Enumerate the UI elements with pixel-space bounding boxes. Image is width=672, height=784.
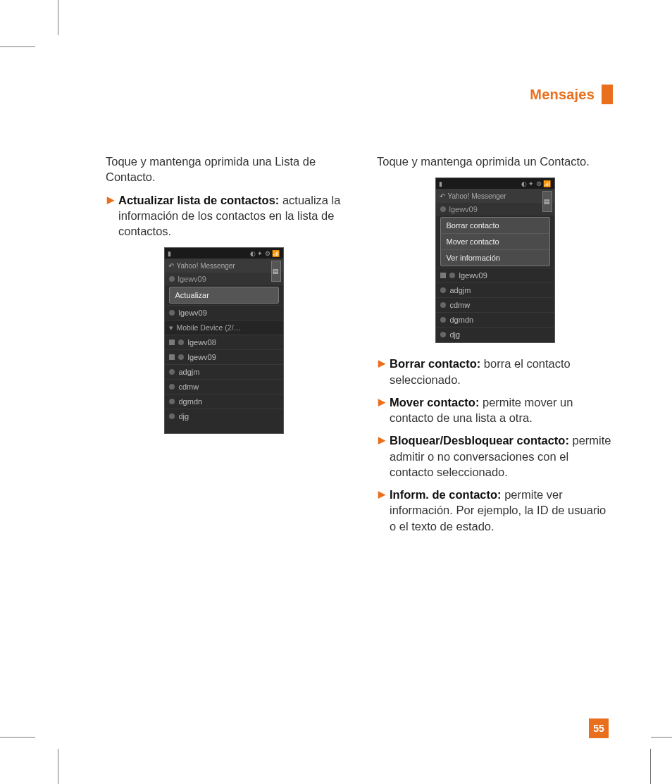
phone-screenshot-right: ▮◐ ✦ ⚙ 📶 ↶ Yahoo! Messenger lgewv09 Borr… bbox=[435, 178, 555, 343]
status-dot-icon bbox=[440, 302, 446, 308]
contact-label: lgewv09 bbox=[179, 309, 207, 317]
left-intro: Toque y mantenga oprimida una Lista de C… bbox=[106, 154, 342, 185]
app-title-bar: ↶ Yahoo! Messenger bbox=[165, 259, 283, 273]
status-icons: ◐ ✦ ⚙ 📶 bbox=[250, 250, 280, 257]
contact-label: lgewv08 bbox=[188, 338, 216, 347]
user-name: lgewv09 bbox=[178, 275, 206, 283]
triangle-icon: ▶ bbox=[378, 487, 385, 534]
contact-label: cdmw bbox=[179, 382, 199, 391]
app-title: Yahoo! Messenger bbox=[177, 262, 235, 270]
right-intro: Toque y mantenga oprimida un Contacto. bbox=[377, 154, 613, 169]
list-item: dgmdn bbox=[436, 312, 554, 327]
right-column: Toque y mantenga oprimida un Contacto. ▮… bbox=[377, 154, 613, 541]
contact-label: lgewv09 bbox=[188, 353, 216, 361]
crop-mark bbox=[650, 749, 651, 784]
triangle-icon: ▶ bbox=[378, 433, 385, 480]
app-icon bbox=[440, 273, 446, 278]
back-icon: ↶ bbox=[440, 192, 445, 200]
contact-label: djg bbox=[450, 330, 461, 339]
crop-mark bbox=[0, 737, 35, 738]
contact-list: lgewv09Mobile Device (2/…lgewv08lgewv09a… bbox=[165, 305, 283, 423]
bullet-text: Inform. de contacto: permite ver informa… bbox=[390, 487, 613, 534]
contact-label: dgmdn bbox=[179, 397, 203, 406]
bullet-item: ▶Borrar contacto: borra el contacto sele… bbox=[377, 356, 613, 387]
status-dot-icon bbox=[169, 369, 175, 375]
user-bar: lgewv09 bbox=[165, 273, 283, 285]
figure-right: ▮◐ ✦ ⚙ 📶 ↶ Yahoo! Messenger lgewv09 Borr… bbox=[377, 178, 613, 343]
crop-mark bbox=[651, 737, 672, 738]
status-dot-icon bbox=[169, 310, 175, 316]
status-dot-icon bbox=[440, 287, 446, 293]
contact-label: lgewv09 bbox=[459, 271, 487, 280]
bullet-bold: Bloquear/Desbloquear contacto: bbox=[390, 434, 569, 447]
status-dot-icon bbox=[178, 354, 184, 360]
user-bar: lgewv09 bbox=[436, 203, 554, 216]
contact-label: adgjm bbox=[450, 286, 471, 294]
bullet-item: ▶Inform. de contacto: permite ver inform… bbox=[377, 487, 613, 534]
bullet-item: ▶Bloquear/Desbloquear contacto: permite … bbox=[377, 433, 613, 480]
list-item: lgewv09 bbox=[436, 268, 554, 282]
bullet-text: Actualizar lista de contactos: actualiza… bbox=[118, 192, 342, 239]
context-menu: Borrar contacto Mover contacto Ver infor… bbox=[440, 217, 550, 266]
bullet-text: Bloquear/Desbloquear contacto: permite a… bbox=[390, 433, 613, 480]
app-icon bbox=[169, 340, 175, 345]
left-column: Toque y mantenga oprimida una Lista de C… bbox=[106, 154, 342, 541]
menu-button-icon bbox=[542, 191, 552, 212]
contact-list: lgewv09adgjmcdmwdgmdndjg bbox=[436, 268, 554, 342]
signal-icon: ▮ bbox=[168, 250, 171, 257]
list-item: lgewv08 bbox=[165, 335, 283, 349]
contact-label: djg bbox=[179, 412, 189, 421]
header-tab-icon bbox=[602, 85, 613, 104]
list-item: djg bbox=[436, 327, 554, 342]
list-item: cdmw bbox=[436, 297, 554, 312]
status-dot-icon bbox=[178, 340, 184, 345]
list-item: adgjm bbox=[436, 282, 554, 297]
status-icons: ◐ ✦ ⚙ 📶 bbox=[521, 180, 552, 187]
triangle-icon: ▶ bbox=[378, 356, 385, 387]
contact-label: dgmdn bbox=[450, 316, 474, 324]
bullet-item: ▶Mover contacto: permite mover un contac… bbox=[377, 394, 613, 426]
section-header: Mensajes bbox=[106, 85, 613, 104]
page-number: 55 bbox=[589, 718, 609, 738]
figure-left: ▮◐ ✦ ⚙ 📶 ↶ Yahoo! Messenger lgewv09 Actu… bbox=[106, 247, 342, 434]
list-item: lgewv09 bbox=[165, 349, 283, 364]
status-dot-icon bbox=[169, 384, 175, 390]
status-dot-icon bbox=[449, 273, 455, 278]
menu-item: Mover contacto bbox=[441, 234, 549, 250]
crop-mark bbox=[58, 0, 58, 35]
header-title: Mensajes bbox=[530, 87, 595, 103]
list-item: adgjm bbox=[165, 364, 283, 379]
signal-icon: ▮ bbox=[439, 180, 442, 187]
status-dot-icon bbox=[169, 276, 175, 282]
status-dot-icon bbox=[440, 317, 446, 323]
list-item: cdmw bbox=[165, 379, 283, 394]
bullet-text: Mover contacto: permite mover un contact… bbox=[390, 394, 613, 426]
bullet-list: ▶Borrar contacto: borra el contacto sele… bbox=[377, 356, 613, 534]
crop-mark bbox=[0, 46, 35, 47]
status-dot-icon bbox=[169, 399, 175, 404]
two-column-layout: Toque y mantenga oprimida una Lista de C… bbox=[106, 154, 613, 541]
status-dot-icon bbox=[440, 332, 446, 337]
list-item: djg bbox=[165, 409, 283, 423]
app-title: Yahoo! Messenger bbox=[448, 192, 506, 200]
menu-button-icon bbox=[271, 261, 281, 282]
app-icon bbox=[169, 354, 175, 360]
user-name: lgewv09 bbox=[449, 205, 478, 213]
menu-item: Actualizar bbox=[170, 287, 278, 303]
page-content: Mensajes Toque y mantenga oprimida una L… bbox=[106, 85, 613, 541]
contact-label: adgjm bbox=[179, 368, 200, 376]
bullet-text: Borrar contacto: borra el contacto selec… bbox=[390, 356, 613, 387]
contact-label: cdmw bbox=[450, 301, 471, 309]
triangle-icon: ▶ bbox=[107, 192, 114, 239]
list-item: Mobile Device (2/… bbox=[165, 320, 283, 335]
status-dot-icon bbox=[440, 206, 446, 212]
bullet-bold: Inform. de contacto: bbox=[390, 488, 502, 501]
status-bar: ▮◐ ✦ ⚙ 📶 bbox=[436, 178, 554, 189]
triangle-icon: ▶ bbox=[378, 394, 385, 426]
menu-item: Borrar contacto bbox=[441, 218, 549, 234]
context-menu: Actualizar bbox=[169, 287, 279, 304]
menu-item: Ver información bbox=[441, 250, 549, 266]
crop-mark bbox=[58, 749, 58, 784]
status-dot-icon bbox=[169, 413, 175, 419]
bullet-bold: Actualizar lista de contactos: bbox=[118, 194, 279, 206]
